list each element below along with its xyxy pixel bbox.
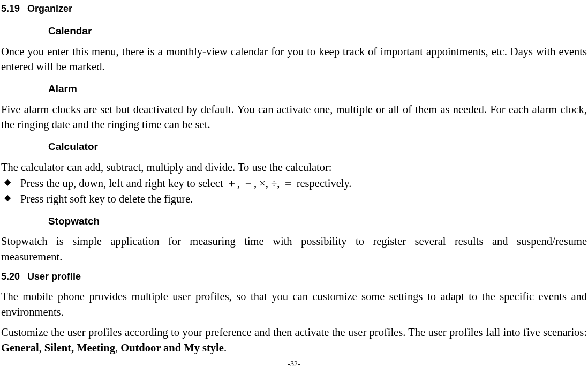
section-number: 5.20 — [1, 270, 20, 283]
profile-outdoor-mystyle: Outdoor and My style — [120, 342, 224, 354]
calculator-bullet-2: Press right soft key to delete the figur… — [1, 191, 587, 207]
page-number: -32- — [1, 359, 587, 370]
calculator-intro: The calculator can add, subtract, multip… — [1, 160, 587, 175]
sep2: , — [115, 342, 120, 354]
user-profile-para1: The mobile phone provides multiple user … — [1, 289, 587, 319]
para2-pre: Customize the user profiles according to… — [1, 326, 587, 338]
sep1: , — [39, 342, 44, 354]
stopwatch-paragraph: Stopwatch is simple application for meas… — [1, 234, 587, 264]
sep3: . — [224, 342, 227, 354]
document-page: 5.19 Organizer Calendar Once you enter t… — [0, 0, 588, 369]
profile-general: General — [1, 342, 39, 354]
alarm-paragraph: Five alarm clocks are set but deactivate… — [1, 102, 587, 132]
profile-silent-meeting: Silent, Meeting — [44, 342, 115, 354]
calculator-bullet-1: Press the up, down, left and right key t… — [1, 176, 587, 191]
calendar-paragraph: Once you enter this menu, there is a mon… — [1, 44, 587, 74]
alarm-heading: Alarm — [48, 82, 587, 96]
section-5-20-header: 5.20 User profile — [1, 270, 587, 283]
section-title: User profile — [27, 270, 81, 283]
calendar-heading: Calendar — [48, 24, 587, 39]
user-profile-para2: Customize the user profiles according to… — [1, 325, 587, 355]
calculator-bullets: Press the up, down, left and right key t… — [1, 176, 587, 206]
section-title: Organizer — [27, 2, 72, 16]
section-number: 5.19 — [1, 2, 20, 16]
stopwatch-heading: Stopwatch — [48, 214, 587, 229]
calculator-heading: Calculator — [48, 140, 587, 154]
section-5-19-header: 5.19 Organizer — [1, 2, 587, 16]
